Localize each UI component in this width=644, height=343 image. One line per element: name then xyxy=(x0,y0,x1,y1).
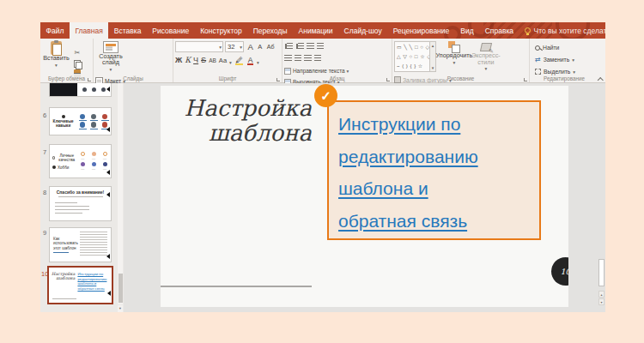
slide-number-9: 9 xyxy=(41,229,48,237)
thumbnail-scroll-down-icon[interactable] xyxy=(118,305,123,312)
new-slide-button[interactable]: Создать слайд xyxy=(95,40,126,73)
italic-button[interactable]: К xyxy=(185,56,191,64)
canvas-scrollbar-thumb[interactable] xyxy=(598,259,605,286)
find-label: Найти xyxy=(543,45,559,51)
next-slide-icon[interactable] xyxy=(598,298,605,305)
slide-editing-area: Настройка шаблона Инструкции по редактир… xyxy=(124,83,605,312)
align-right-icon[interactable] xyxy=(304,55,312,62)
slide-title-textbox[interactable]: Настройка шаблона xyxy=(167,96,312,146)
dialog-launcher-icon[interactable] xyxy=(524,78,527,81)
thumb9-title: Как использовать этот шаблон xyxy=(53,237,78,250)
character-spacing-button[interactable]: АВ xyxy=(209,57,216,63)
font-color-button[interactable]: А xyxy=(246,57,254,64)
find-button[interactable]: Найти xyxy=(535,42,575,53)
slide-number-8: 8 xyxy=(41,189,48,196)
arrange-button[interactable]: Упорядочить xyxy=(440,40,468,73)
tab-animations[interactable]: Анимации xyxy=(293,22,338,39)
shapes-row: ~ ( ) { } ☆ xyxy=(397,62,428,71)
tab-file[interactable]: Файл xyxy=(40,22,70,39)
slide-thumbnail-8[interactable]: Спасибо за внимание! xyxy=(49,186,112,221)
strikethrough-button[interactable]: S xyxy=(201,56,206,64)
font-name-input[interactable] xyxy=(175,41,223,52)
template-instructions-link[interactable]: Инструкции по редактированию шаблона и о… xyxy=(338,108,539,237)
group-clipboard: Вставить Буфер обмена xyxy=(40,39,94,82)
bold-button[interactable]: Ж xyxy=(175,56,182,64)
group-drawing: ▭ ╲ ╲ □ ○ ◇ △ ▽ ○ □ ☆ ◇ ~ ( ) { } ☆ ▴▾ У… xyxy=(392,39,530,82)
underline-button[interactable]: Ч xyxy=(193,56,198,64)
replace-button[interactable]: Заменить xyxy=(535,54,575,65)
slide-thumbnail-6[interactable]: Ключевые навыки xyxy=(49,107,112,135)
paste-icon xyxy=(51,41,62,55)
thumbnail-scrollbar[interactable] xyxy=(118,83,123,304)
tab-home[interactable]: Главная xyxy=(70,22,108,39)
columns-icon[interactable] xyxy=(314,55,322,62)
tab-draw[interactable]: Рисование xyxy=(147,22,195,39)
previous-slide-icon[interactable] xyxy=(598,291,605,298)
tab-design[interactable]: Конструктор xyxy=(195,22,247,39)
tab-review[interactable]: Рецензирование xyxy=(387,22,455,39)
powerpoint-window: Файл Главная Вставка Рисование Конструкт… xyxy=(40,22,605,312)
page-number: 10 xyxy=(561,268,568,276)
tab-view[interactable]: Вид xyxy=(455,22,479,39)
tab-help[interactable]: Справка xyxy=(479,22,519,39)
tab-transitions[interactable]: Переходы xyxy=(247,22,293,39)
text-direction-label: Направление текста xyxy=(293,68,345,74)
audio-icon xyxy=(106,127,110,132)
link-line: редактированию xyxy=(338,141,539,173)
thumb7-title: Личные качества xyxy=(57,153,76,162)
bullets-icon[interactable] xyxy=(287,43,293,50)
align-left-icon[interactable] xyxy=(284,55,292,62)
slide-page-number-badge: 10 xyxy=(551,257,568,286)
dialog-launcher-icon[interactable] xyxy=(88,78,91,81)
chevron-down-icon xyxy=(110,66,112,74)
slide-thumbnail-10-selected[interactable]: Настройка шаблона Инструкции по редактир… xyxy=(47,266,113,304)
quick-styles-label: Экспресс-стили xyxy=(471,52,500,65)
chevron-down-icon xyxy=(219,43,222,51)
group-label-slides: Слайды xyxy=(94,75,173,81)
audio-icon xyxy=(106,254,110,259)
change-case-button[interactable]: Аа xyxy=(219,57,227,64)
annotation-highlight-box[interactable]: Инструкции по редактированию шаблона и о… xyxy=(327,100,541,240)
tell-me-box[interactable]: Что вы хотите сделать? xyxy=(519,22,605,39)
clear-formatting-button[interactable]: Аб xyxy=(264,44,276,50)
group-label-font: Шрифт xyxy=(173,75,282,81)
slide-canvas[interactable]: Настройка шаблона Инструкции по редактир… xyxy=(161,86,568,307)
tell-me-label: Что вы хотите сделать? xyxy=(534,27,605,35)
numbering-icon[interactable] xyxy=(298,43,304,50)
shapes-row: △ ▽ ○ □ ☆ ◇ xyxy=(397,52,428,62)
slide-divider-line xyxy=(161,286,312,287)
tab-slideshow[interactable]: Слайд-шоу xyxy=(338,22,387,39)
decrease-indent-icon[interactable] xyxy=(307,43,314,50)
chevron-down-icon xyxy=(485,65,488,73)
screenshot-root: Файл Главная Вставка Рисование Конструкт… xyxy=(0,0,644,343)
slide-thumbnail-7[interactable]: Личные качества Хобби — — — — — — xyxy=(49,144,112,178)
cut-icon[interactable] xyxy=(74,43,81,58)
dialog-launcher-icon[interactable] xyxy=(276,78,280,81)
slide-thumbnail-5-partial[interactable] xyxy=(49,83,112,97)
grow-font-button[interactable]: А xyxy=(246,42,255,51)
align-center-icon[interactable] xyxy=(295,55,302,62)
ribbon-tab-bar: Файл Главная Вставка Рисование Конструкт… xyxy=(40,22,605,39)
copy-icon[interactable] xyxy=(74,60,81,68)
quick-styles-button[interactable]: Экспресс-стили xyxy=(472,40,500,73)
shrink-font-button[interactable]: А xyxy=(257,43,263,51)
slide-thumbnail-9[interactable]: Как использовать этот шаблон xyxy=(49,227,112,262)
chevron-down-icon xyxy=(257,52,259,68)
quick-styles-icon xyxy=(480,41,492,52)
tab-insert[interactable]: Вставка xyxy=(108,22,147,39)
shapes-row: ▭ ╲ ╲ □ ○ ◇ xyxy=(397,43,428,52)
chevron-down-icon xyxy=(240,43,242,51)
increase-indent-icon[interactable] xyxy=(317,43,325,50)
font-size-input[interactable]: 32 xyxy=(225,41,244,52)
chevron-down-icon xyxy=(229,52,232,68)
scrollbar-thumb[interactable] xyxy=(118,274,123,303)
shapes-gallery[interactable]: ▭ ╲ ╲ □ ○ ◇ △ ▽ ○ □ ☆ ◇ ~ ( ) { } ☆ xyxy=(394,41,430,72)
paste-button[interactable]: Вставить xyxy=(42,40,70,73)
dialog-launcher-icon[interactable] xyxy=(386,78,390,81)
link-line: обратная связь xyxy=(338,205,539,238)
replace-icon xyxy=(535,56,541,63)
collapse-ribbon-icon[interactable] xyxy=(598,76,602,81)
arrange-icon xyxy=(448,41,460,52)
highlight-color-button[interactable]: 🖉 xyxy=(234,57,245,64)
thumb7-subtitle: Хобби xyxy=(58,165,69,170)
